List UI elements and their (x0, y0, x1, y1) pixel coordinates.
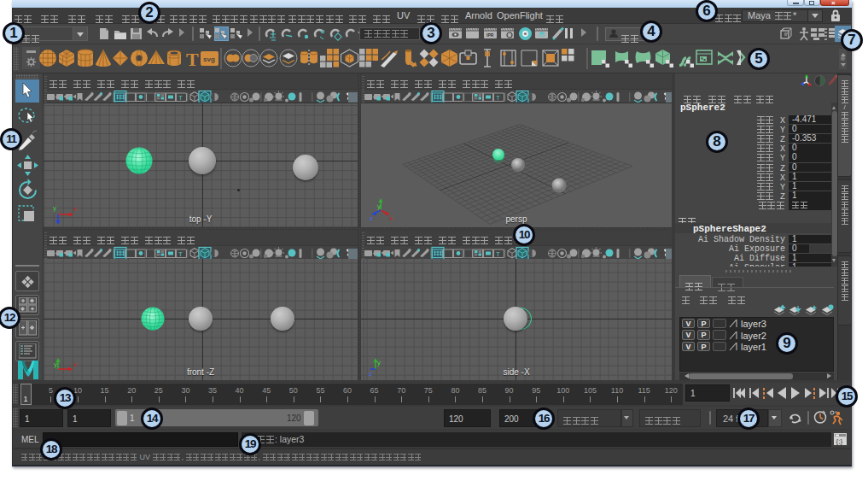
svg-text:x: x (73, 205, 77, 213)
svg-text:x: x (73, 361, 77, 368)
svg-text:z: z (370, 214, 373, 222)
svg-text:T: T (178, 249, 183, 257)
svg-text:T: T (496, 249, 500, 257)
svg-text:IPR: IPR (486, 32, 494, 38)
svg-text:y: y (54, 361, 57, 368)
svg-text:y: y (377, 202, 381, 210)
svg-text:y: y (377, 359, 381, 367)
svg-text:svg: svg (203, 56, 215, 63)
svg-text:T: T (178, 93, 183, 101)
svg-text:y: y (53, 204, 56, 212)
svg-text:x: x (389, 214, 393, 222)
svg-text:{;}: {;} (836, 437, 843, 445)
svg-text:z: z (369, 370, 372, 378)
